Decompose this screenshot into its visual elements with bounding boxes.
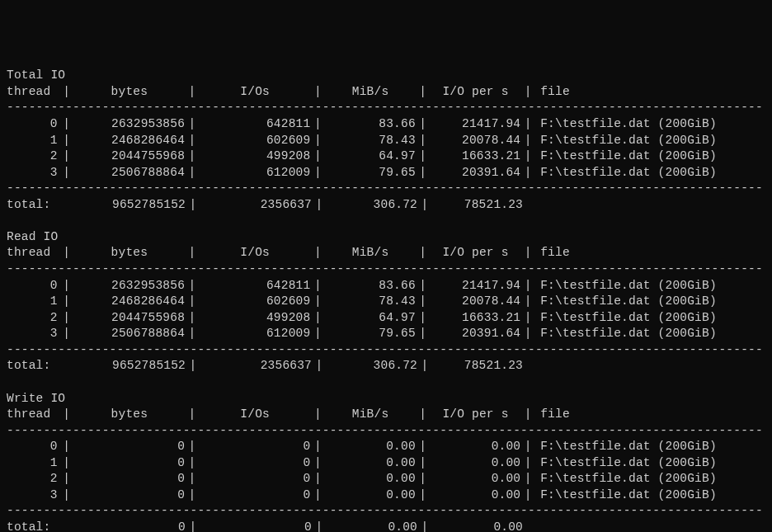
col-header-file: file: [535, 84, 765, 101]
cell-iops: 16633.21: [431, 148, 521, 165]
cell-ios: 642811: [200, 278, 310, 294]
cell-thread: 3: [7, 487, 59, 504]
separator: |: [520, 310, 535, 327]
cell-iops: 16633.21: [431, 310, 521, 327]
separator: |: [416, 245, 431, 261]
cell-mibs: 0.00: [325, 455, 416, 472]
separator: |: [520, 245, 535, 261]
cell-thread: 2: [7, 310, 59, 327]
total-label: total:: [7, 197, 59, 214]
section-title: Write IO: [7, 391, 765, 407]
col-header-bytes: bytes: [74, 84, 185, 101]
separator: |: [416, 294, 431, 310]
separator: |: [520, 471, 535, 487]
total-bytes: 9652785152: [74, 358, 186, 374]
col-header-ios: I/Os: [200, 245, 310, 261]
table-row: 0|2632953856|642811|83.66|21417.94|F:\te…: [7, 116, 765, 133]
cell-ios: 612009: [200, 165, 310, 181]
cell-ios: 499208: [200, 148, 310, 165]
table-header-row: thread|bytes|I/Os|MiB/s|I/O per s|file: [7, 407, 765, 423]
separator: |: [417, 520, 432, 532]
cell-mibs: 0.00: [325, 487, 416, 504]
separator: |: [416, 133, 431, 149]
table-row: 2|2044755968|499208|64.97|16633.21|F:\te…: [7, 148, 765, 165]
separator: |: [520, 148, 535, 165]
separator: |: [520, 116, 535, 133]
cell-bytes: 2632953856: [74, 278, 185, 294]
cell-iops: 0.00: [431, 439, 521, 455]
cell-ios: 0: [200, 455, 310, 472]
separator: |: [312, 358, 327, 374]
table-row: 3|2506788864|612009|79.65|20391.64|F:\te…: [7, 165, 765, 181]
separator: |: [520, 278, 535, 294]
separator: |: [59, 278, 74, 294]
cell-thread: 0: [7, 116, 59, 133]
total-iops: 78521.23: [432, 358, 523, 374]
separator: |: [59, 148, 74, 165]
blank-line: [7, 213, 765, 229]
separator: |: [520, 165, 535, 181]
cell-file: F:\testfile.dat (200GiB): [535, 133, 765, 149]
blank-line: [7, 374, 765, 391]
separator: |: [59, 84, 74, 101]
cell-mibs: 64.97: [325, 148, 416, 165]
separator: |: [310, 455, 325, 472]
divider: ----------------------------------------…: [7, 261, 764, 278]
table-row: 3|2506788864|612009|79.65|20391.64|F:\te…: [7, 326, 765, 342]
cell-file: F:\testfile.dat (200GiB): [535, 278, 765, 294]
separator: |: [59, 407, 74, 423]
separator: |: [416, 165, 431, 181]
col-header-ios: I/Os: [200, 407, 310, 423]
cell-mibs: 64.97: [325, 310, 416, 327]
separator: |: [59, 116, 74, 133]
total-ios: 0: [200, 520, 312, 532]
table-row: 0|0|0|0.00|0.00|F:\testfile.dat (200GiB): [7, 439, 765, 455]
cell-ios: 612009: [200, 326, 310, 342]
separator: |: [59, 165, 74, 181]
separator: |: [417, 358, 432, 374]
total-mibs: 306.72: [327, 358, 417, 374]
cell-file: F:\testfile.dat (200GiB): [535, 294, 765, 310]
cell-mibs: 79.65: [325, 326, 416, 342]
separator: |: [59, 245, 74, 261]
separator: |: [416, 407, 431, 423]
cell-mibs: 0.00: [325, 471, 416, 487]
col-header-file: file: [535, 407, 765, 423]
separator: |: [185, 84, 200, 101]
col-header-mibs: MiB/s: [325, 84, 416, 101]
separator: |: [186, 358, 200, 374]
table-row: 3|0|0|0.00|0.00|F:\testfile.dat (200GiB): [7, 487, 765, 504]
total-mibs: 306.72: [327, 197, 417, 214]
total-ios: 2356637: [200, 197, 312, 214]
separator: |: [59, 439, 74, 455]
separator: |: [185, 278, 200, 294]
cell-iops: 20391.64: [431, 326, 521, 342]
total-mibs: 0.00: [327, 520, 417, 532]
cell-iops: 20078.44: [431, 133, 521, 149]
cell-file: F:\testfile.dat (200GiB): [535, 165, 765, 181]
section-title: Read IO: [7, 229, 765, 246]
separator: |: [416, 455, 431, 472]
separator: |: [520, 439, 535, 455]
cell-ios: 642811: [200, 116, 310, 133]
separator: [59, 358, 74, 374]
separator: |: [310, 133, 325, 149]
table-header-row: thread|bytes|I/Os|MiB/s|I/O per s|file: [7, 245, 765, 261]
col-header-thread: thread: [7, 245, 59, 261]
separator: |: [520, 487, 535, 504]
separator: |: [185, 165, 200, 181]
total-row: total: 9652785152|2356637|306.72|78521.2…: [7, 197, 765, 214]
separator: |: [185, 245, 200, 261]
cell-iops: 21417.94: [431, 116, 521, 133]
cell-file: F:\testfile.dat (200GiB): [535, 471, 765, 487]
cell-file: F:\testfile.dat (200GiB): [535, 116, 765, 133]
separator: |: [59, 133, 74, 149]
cell-file: F:\testfile.dat (200GiB): [535, 455, 765, 472]
section-title: Total IO: [7, 68, 765, 84]
separator: |: [185, 326, 200, 342]
separator: |: [310, 487, 325, 504]
separator: |: [416, 326, 431, 342]
separator: |: [520, 326, 535, 342]
separator: |: [416, 487, 431, 504]
cell-iops: 0.00: [431, 471, 521, 487]
